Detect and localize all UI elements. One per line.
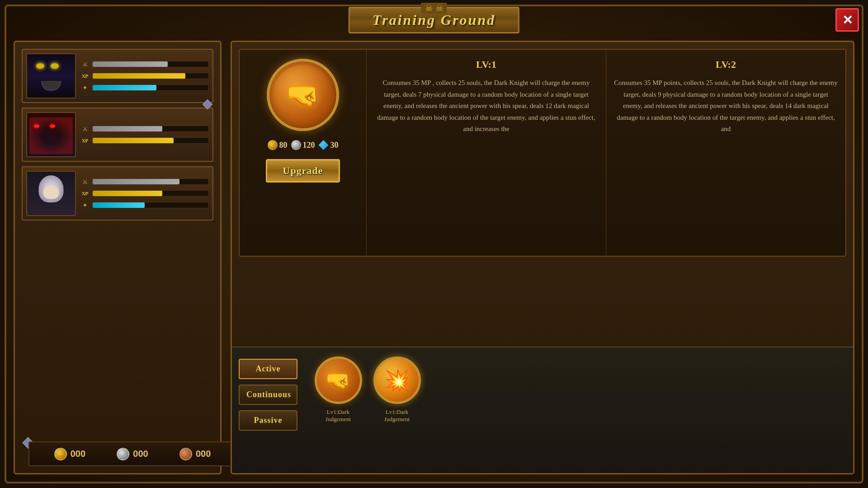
mana-bar-fill-3 xyxy=(93,202,145,208)
skill-hand-icon: 🤜 xyxy=(286,79,320,111)
xp-bar-fill-3 xyxy=(93,191,162,196)
health-bar-bg xyxy=(92,61,209,67)
upgrade-button[interactable]: Upgrade xyxy=(266,159,340,183)
health-bar-bg-3 xyxy=(92,178,209,185)
copper-value: 000 xyxy=(196,449,211,459)
char-2-stats: ⚔ XP xyxy=(80,124,209,145)
xp-bar-bg-2 xyxy=(92,137,209,144)
lv1-description: Consumes 35 MP , collects 25 souls, the … xyxy=(373,77,599,135)
skill-cost-row: 80 120 30 xyxy=(268,140,339,150)
lv2-panel: LV:2 Consumes 35 MP points, collects 25 … xyxy=(606,50,845,256)
character-portrait-1 xyxy=(26,53,76,99)
health-bar-fill xyxy=(93,61,168,67)
char-3-stats: ⚔ XP ✦ xyxy=(80,177,209,210)
mana-bar-bg-3 xyxy=(92,202,209,208)
currency-row: 000 000 000 xyxy=(28,441,236,466)
skill-icon-section: 🤜 80 120 30 Upgrade xyxy=(240,50,366,256)
right-panel: 🤜 80 120 30 Upgrade LV:1 Co xyxy=(231,41,854,474)
skill-slot-2: 💥 Lv1:Dark Judgement xyxy=(372,357,422,423)
char-3-mana-row: ✦ xyxy=(80,201,209,210)
char-2-health-row: ⚔ xyxy=(80,124,209,133)
character-portrait-3 xyxy=(26,171,76,216)
copper-currency: 000 xyxy=(179,448,211,460)
skill-detail-area: 🤜 80 120 30 Upgrade LV:1 Co xyxy=(239,49,846,257)
gold-currency: 000 xyxy=(54,448,85,460)
xp-bar-fill xyxy=(93,73,185,79)
char-2-face xyxy=(27,113,75,156)
skill-tabs-area: Active Continuous Passive 🤜 Lv1:Dark Jud… xyxy=(232,347,853,473)
character-item-1[interactable]: ⚔ XP ✦ xyxy=(22,49,213,103)
health-bar-bg-2 xyxy=(92,126,209,132)
mana-bar-fill xyxy=(93,85,156,90)
xp-icon-3: XP xyxy=(80,189,90,198)
character-list: ⚔ XP ✦ xyxy=(22,49,213,430)
gold-cost-icon xyxy=(268,140,278,150)
tab-continuous[interactable]: Continuous xyxy=(239,385,297,405)
copper-coin-icon xyxy=(179,448,192,460)
char-1-stats: ⚔ XP ✦ xyxy=(80,60,209,92)
crystal-cost-icon xyxy=(319,140,329,150)
char-1-face xyxy=(27,54,75,98)
tab-passive[interactable]: Passive xyxy=(239,410,297,431)
gold-cost-value: 80 xyxy=(279,141,288,150)
skill-slot-icon-2[interactable]: 💥 xyxy=(373,357,421,404)
health-icon: ⚔ xyxy=(80,60,90,69)
tab-buttons: Active Continuous Passive xyxy=(232,347,304,473)
skill-2-label: Lv1:Dark Judgement xyxy=(372,408,422,423)
mana-icon-1: ✦ xyxy=(80,83,90,92)
health-icon-3: ⚔ xyxy=(80,177,90,186)
xp-icon: XP xyxy=(80,71,90,80)
skill-icon-circle[interactable]: 🤜 xyxy=(267,59,339,131)
lv1-panel: LV:1 Consumes 35 MP , collects 25 souls,… xyxy=(366,50,606,256)
char-1-xp-row: XP xyxy=(80,71,209,80)
silver-cost-icon xyxy=(291,140,301,150)
char-3-health-row: ⚔ xyxy=(80,177,209,186)
silver-coin-icon xyxy=(117,448,129,460)
gold-cost: 80 xyxy=(268,140,288,150)
crystal-cost: 30 xyxy=(319,140,339,150)
window-title: Training Ground xyxy=(373,12,495,28)
xp-icon-2: XP xyxy=(80,136,90,145)
xp-bar-bg xyxy=(92,73,209,79)
skill-slot-icon-1[interactable]: 🤜 xyxy=(315,357,362,404)
silver-value: 000 xyxy=(133,449,148,459)
health-bar-fill-2 xyxy=(93,126,162,131)
silver-cost: 120 xyxy=(291,140,315,150)
skill-slot-1: 🤜 Lv1:Dark Judgement xyxy=(313,357,363,423)
character-portrait-2 xyxy=(26,112,76,157)
close-button[interactable]: ✕ xyxy=(835,8,859,32)
silver-currency: 000 xyxy=(117,448,148,460)
character-item-3[interactable]: ⚔ XP ✦ xyxy=(22,166,213,221)
gold-value: 000 xyxy=(71,449,85,459)
mana-icon-3: ✦ xyxy=(80,201,90,210)
lv2-title: LV:2 xyxy=(613,59,839,70)
health-icon-2: ⚔ xyxy=(80,124,90,133)
crystal-cost-value: 30 xyxy=(330,141,339,150)
char-2-xp-row: XP xyxy=(80,136,209,145)
health-bar-fill-3 xyxy=(93,179,179,184)
char-3-face xyxy=(27,172,75,215)
xp-bar-fill-2 xyxy=(93,138,174,143)
char-3-xp-row: XP xyxy=(80,189,209,198)
title-banner: Training Ground xyxy=(349,7,519,33)
skills-grid: 🤜 Lv1:Dark Judgement 💥 Lv1:Dark Judgemen… xyxy=(304,347,853,473)
silver-cost-value: 120 xyxy=(303,141,315,150)
tab-active[interactable]: Active xyxy=(239,359,297,379)
mana-bar-bg xyxy=(92,84,209,91)
character-item-2[interactable]: ⚔ XP xyxy=(22,108,213,162)
char-1-health-row: ⚔ xyxy=(80,60,209,69)
skill-1-label: Lv1:Dark Judgement xyxy=(313,408,363,423)
char-1-mana-row: ✦ xyxy=(80,83,209,92)
left-panel: ⚔ XP ✦ xyxy=(14,41,222,474)
lv2-description: Consumes 35 MP points, collects 25 souls… xyxy=(613,77,839,135)
lv1-title: LV:1 xyxy=(373,59,599,70)
skill-2-symbol: 💥 xyxy=(384,368,410,392)
skill-1-symbol: 🤜 xyxy=(326,368,351,392)
gold-coin-icon xyxy=(54,448,67,460)
xp-bar-bg-3 xyxy=(92,190,209,197)
